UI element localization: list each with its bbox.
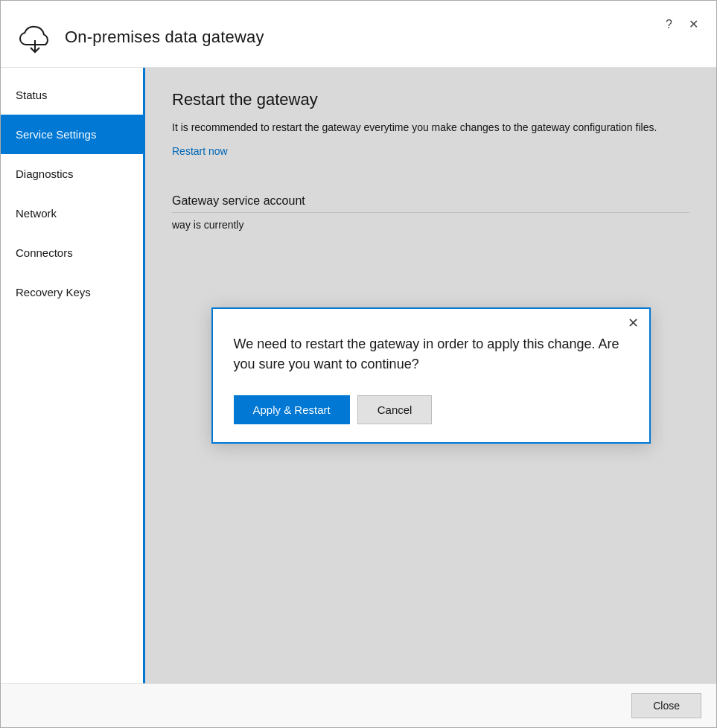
sidebar-item-connectors[interactable]: Connectors <box>1 233 143 272</box>
title-bar-actions: ? ✕ <box>663 14 701 33</box>
cloud-icon <box>16 21 54 54</box>
content-area: Restart the gateway It is recommended to… <box>145 68 716 683</box>
help-button[interactable]: ? <box>663 16 675 33</box>
apply-restart-button[interactable]: Apply & Restart <box>234 395 350 424</box>
modal-buttons: Apply & Restart Cancel <box>234 395 628 424</box>
sidebar-item-status[interactable]: Status <box>1 75 143 115</box>
modal-message: We need to restart the gateway in order … <box>234 334 628 374</box>
sidebar-item-service-settings[interactable]: Service Settings <box>1 115 143 154</box>
window-title: On-premises data gateway <box>65 28 264 47</box>
sidebar-item-diagnostics[interactable]: Diagnostics <box>1 154 143 194</box>
close-window-button[interactable]: ✕ <box>686 16 701 33</box>
app-window: On-premises data gateway ? ✕ Status Serv… <box>0 0 717 728</box>
modal-overlay: ✕ We need to restart the gateway in orde… <box>145 68 716 683</box>
cancel-button[interactable]: Cancel <box>357 395 433 424</box>
bottom-bar: Close <box>1 683 716 727</box>
modal-close-button[interactable]: ✕ <box>628 316 639 330</box>
main-content: Status Service Settings Diagnostics Netw… <box>1 68 716 683</box>
sidebar: Status Service Settings Diagnostics Netw… <box>1 68 145 683</box>
title-bar-left: On-premises data gateway <box>16 21 663 54</box>
modal-dialog: ✕ We need to restart the gateway in orde… <box>211 307 651 444</box>
title-bar: On-premises data gateway ? ✕ <box>1 1 716 68</box>
sidebar-item-recovery-keys[interactable]: Recovery Keys <box>1 272 143 312</box>
close-button[interactable]: Close <box>631 693 701 718</box>
sidebar-item-network[interactable]: Network <box>1 194 143 233</box>
